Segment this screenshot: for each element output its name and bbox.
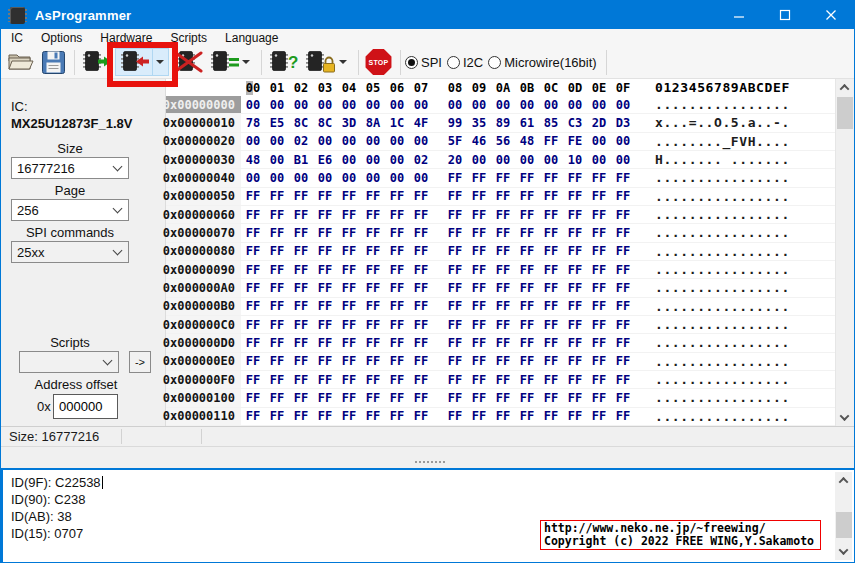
hex-byte[interactable]: 00	[409, 134, 433, 148]
hex-byte[interactable]: 00	[361, 171, 385, 185]
hex-byte[interactable]: FF	[467, 208, 491, 222]
hex-byte[interactable]: FF	[539, 336, 563, 350]
hex-byte[interactable]: FF	[361, 336, 385, 350]
hex-scrollbar[interactable]	[835, 79, 853, 426]
hex-byte[interactable]: FF	[467, 391, 491, 405]
hex-byte[interactable]: FF	[611, 189, 635, 203]
hex-byte[interactable]: FF	[361, 373, 385, 387]
hex-byte[interactable]: 00	[313, 171, 337, 185]
hex-byte[interactable]: 89	[491, 116, 515, 130]
hex-byte[interactable]: FF	[241, 391, 265, 405]
hex-row[interactable]: 0x000000E0FFFFFFFFFFFFFFFFFFFFFFFFFFFFFF…	[166, 353, 837, 371]
hex-byte[interactable]: FF	[515, 336, 539, 350]
hex-row[interactable]: 0x00000100FFFFFFFFFFFFFFFFFFFFFFFFFFFFFF…	[166, 389, 837, 407]
read-ic-dropdown[interactable]	[152, 49, 166, 75]
hex-byte[interactable]: FF	[539, 244, 563, 258]
hex-byte[interactable]: FF	[265, 244, 289, 258]
hex-row[interactable]: 0x00000070FFFFFFFFFFFFFFFFFFFFFFFFFFFFFF…	[166, 224, 837, 242]
hex-byte[interactable]: FF	[337, 373, 361, 387]
hex-byte[interactable]: FF	[289, 336, 313, 350]
hex-row[interactable]: 0x00000050FFFFFFFFFFFFFFFFFFFFFFFFFFFFFF…	[166, 188, 837, 206]
hex-byte[interactable]: FF	[313, 391, 337, 405]
hex-byte[interactable]: 10	[563, 153, 587, 167]
hex-byte[interactable]: 20	[443, 153, 467, 167]
hex-byte[interactable]: FF	[563, 354, 587, 368]
hex-byte[interactable]: FF	[361, 409, 385, 423]
hex-byte[interactable]: FF	[515, 189, 539, 203]
hex-byte[interactable]: 48	[241, 153, 265, 167]
hex-byte[interactable]: FF	[587, 354, 611, 368]
hex-byte[interactable]: FF	[289, 281, 313, 295]
read-ic-button[interactable]	[115, 48, 169, 76]
hex-byte[interactable]: FF	[265, 318, 289, 332]
hex-byte[interactable]: 00	[361, 98, 385, 112]
hex-byte[interactable]: FF	[515, 244, 539, 258]
hex-byte[interactable]: FF	[611, 263, 635, 277]
hex-byte[interactable]: FF	[587, 336, 611, 350]
page-combobox[interactable]: 256	[11, 199, 129, 221]
hex-byte[interactable]: 00	[491, 98, 515, 112]
hex-byte[interactable]: FF	[611, 373, 635, 387]
hex-byte[interactable]: FF	[491, 299, 515, 313]
hex-byte[interactable]: FF	[385, 263, 409, 277]
hex-byte[interactable]: FF	[587, 208, 611, 222]
hex-byte[interactable]: 00	[467, 98, 491, 112]
hex-byte[interactable]: FF	[587, 391, 611, 405]
hex-byte[interactable]: FF	[611, 409, 635, 423]
hex-byte[interactable]: FF	[265, 208, 289, 222]
hex-row[interactable]: 0x0000001078E58C8C3D8A1C4F9935896185C32D…	[166, 114, 837, 132]
hex-byte[interactable]: 00	[265, 98, 289, 112]
hex-byte[interactable]: FF	[467, 281, 491, 295]
menu-item-language[interactable]: Language	[216, 29, 287, 46]
hex-byte[interactable]: FF	[563, 244, 587, 258]
hex-byte[interactable]: 00	[337, 153, 361, 167]
hex-byte[interactable]: FF	[515, 263, 539, 277]
hex-byte[interactable]: FF	[313, 226, 337, 240]
hex-byte[interactable]: FE	[563, 134, 587, 148]
hex-byte[interactable]: FF	[289, 263, 313, 277]
hex-byte[interactable]: FF	[443, 263, 467, 277]
hex-byte[interactable]: 8A	[361, 116, 385, 130]
hex-row[interactable]: 0x000000D0FFFFFFFFFFFFFFFFFFFFFFFFFFFFFF…	[166, 334, 837, 352]
hex-byte[interactable]: 00	[361, 134, 385, 148]
hex-row[interactable]: 0x00000080FFFFFFFFFFFFFFFFFFFFFFFFFFFFFF…	[166, 243, 837, 261]
hex-byte[interactable]: FF	[491, 391, 515, 405]
scroll-up-button[interactable]	[835, 472, 852, 489]
hex-byte[interactable]: FF	[563, 391, 587, 405]
hex-byte[interactable]: FF	[409, 373, 433, 387]
hex-byte[interactable]: FF	[409, 263, 433, 277]
hex-byte[interactable]: FF	[563, 318, 587, 332]
hex-byte[interactable]: 00	[385, 171, 409, 185]
hex-byte[interactable]: 35	[467, 116, 491, 130]
hex-byte[interactable]: FF	[289, 409, 313, 423]
hex-byte[interactable]: FF	[289, 318, 313, 332]
close-button[interactable]	[808, 1, 854, 29]
hex-byte[interactable]: 61	[515, 116, 539, 130]
hex-row[interactable]: 0x000000400000000000000000FFFFFFFFFFFFFF…	[166, 169, 837, 187]
address-offset-input[interactable]	[53, 394, 118, 419]
hex-byte[interactable]: FF	[467, 299, 491, 313]
hex-byte[interactable]: FF	[409, 318, 433, 332]
hex-byte[interactable]: 00	[337, 171, 361, 185]
hex-byte[interactable]: 2D	[587, 116, 611, 130]
hex-byte[interactable]: FF	[563, 226, 587, 240]
hex-byte[interactable]: 00	[289, 98, 313, 112]
hex-byte[interactable]: 00	[241, 134, 265, 148]
hex-byte[interactable]: FF	[409, 391, 433, 405]
hex-byte[interactable]: FF	[611, 244, 635, 258]
hex-byte[interactable]: 56	[491, 134, 515, 148]
hex-byte[interactable]: FF	[539, 134, 563, 148]
hex-byte[interactable]: FF	[467, 226, 491, 240]
hex-byte[interactable]: FF	[313, 299, 337, 313]
hex-byte[interactable]: FF	[241, 244, 265, 258]
menu-item-hardware[interactable]: Hardware	[91, 29, 161, 46]
hex-byte[interactable]: FF	[361, 208, 385, 222]
hex-byte[interactable]: 8C	[289, 116, 313, 130]
hex-byte[interactable]: FF	[385, 226, 409, 240]
hex-byte[interactable]: FF	[361, 299, 385, 313]
bus-radio-microwire(16bit)[interactable]: Microwire(16bit)	[488, 55, 596, 70]
erase-ic-button[interactable]	[171, 48, 205, 76]
hex-byte[interactable]: FF	[491, 354, 515, 368]
hex-byte[interactable]: FF	[409, 354, 433, 368]
hex-byte[interactable]: FF	[539, 354, 563, 368]
